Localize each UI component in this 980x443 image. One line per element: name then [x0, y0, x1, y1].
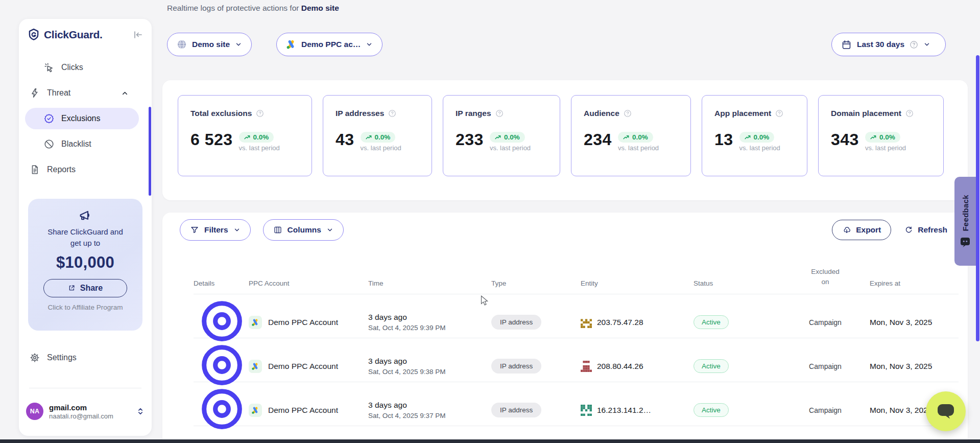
status-badge: Active: [694, 403, 729, 417]
columns-button[interactable]: Columns: [263, 219, 344, 241]
affiliate-promo-card[interactable]: Share ClickGuard and get up to $10,000 S…: [28, 199, 142, 331]
sidebar-item-settings[interactable]: Settings: [25, 347, 139, 368]
sidebar-item-exclusions[interactable]: Exclusions: [25, 108, 139, 129]
time-absolute: Sat, Oct 4, 2025 9:39 PM: [368, 324, 491, 332]
page-scrollbar-thumb[interactable]: [976, 55, 979, 341]
sidebar: ClickGuard. ClicksThreatExclusionsBlackl…: [19, 19, 152, 436]
export-button[interactable]: Export: [832, 220, 891, 240]
refresh-button[interactable]: Refresh: [904, 225, 947, 235]
delta-caption: vs. last period: [239, 144, 280, 152]
delta-caption: vs. last period: [490, 144, 531, 152]
delta-badge: 0.0%: [618, 132, 653, 143]
details-eye-button[interactable]: [195, 429, 249, 437]
calendar-icon: [841, 39, 852, 50]
document-icon: [29, 164, 40, 175]
column-header: Entity: [581, 279, 694, 287]
excluded-on-value: Campaign: [806, 406, 844, 414]
filters-button-label: Filters: [204, 225, 228, 235]
date-range-selector[interactable]: Last 30 days: [831, 33, 946, 56]
table-row: Demo PPC Account3 days agoSat, Oct 4, 20…: [194, 294, 959, 338]
cloud-download-icon: [842, 225, 851, 235]
ppc-account-selector-label: Demo PPC ac…: [301, 40, 361, 49]
question-icon[interactable]: [905, 109, 914, 118]
question-icon[interactable]: [256, 109, 264, 118]
chat-launcher-button[interactable]: [926, 391, 966, 431]
column-header: Status: [694, 279, 806, 287]
cursor-click-icon: [43, 62, 55, 73]
exclusions-table-panel: Filters Columns Export Refresh DetailsPP…: [162, 213, 968, 443]
question-icon[interactable]: [624, 109, 632, 118]
site-selector[interactable]: Demo site: [167, 33, 252, 56]
feedback-tab[interactable]: Feedback: [954, 177, 976, 266]
excluded-on-value: Campaign: [806, 362, 844, 370]
delta-badge: 0.0%: [239, 132, 274, 143]
ppc-account-name: Demo PPC Account: [268, 362, 338, 371]
user-menu[interactable]: NA gmail.com naatali.ro@gmail.com: [26, 400, 145, 423]
user-email: naatali.ro@gmail.com: [49, 412, 113, 420]
status-badge: Active: [694, 359, 729, 373]
subtitle-site-name: Demo site: [301, 4, 339, 12]
question-icon[interactable]: [910, 40, 918, 49]
question-icon[interactable]: [775, 109, 783, 118]
trend-up-icon: [745, 135, 751, 140]
entity-value: 203.75.47.28: [597, 318, 643, 327]
ppc-account-selector[interactable]: Demo PPC ac…: [276, 33, 383, 56]
status-badge: Active: [694, 315, 729, 329]
expires-at-value: Mon, Nov 3, 2025: [870, 318, 959, 327]
expires-at-value: Mon, Nov 3, 2025: [870, 362, 959, 371]
trend-up-icon: [870, 135, 877, 140]
clickguard-logo-icon: [27, 28, 40, 41]
sidebar-collapse-icon[interactable]: [132, 29, 144, 40]
logo[interactable]: ClickGuard.: [27, 26, 144, 43]
stat-card-value: 343: [831, 132, 859, 147]
table-row: Demo PPC Account3 days agoSat, Oct 4, 20…: [194, 338, 959, 382]
stat-card: Domain placement3430.0%vs. last period: [818, 95, 944, 176]
stat-card-value: 233: [456, 132, 484, 147]
sidebar-item-label: Threat: [47, 88, 70, 98]
stat-card: IP addresses430.0%vs. last period: [323, 95, 432, 176]
columns-button-label: Columns: [288, 225, 321, 235]
entity-identicon: [581, 361, 592, 372]
entity-identicon: [581, 317, 592, 328]
sidebar-item-clicks[interactable]: Clicks: [25, 57, 139, 78]
sidebar-menu: ClicksThreatExclusionsBlacklistReports: [25, 57, 146, 184]
stats-panel: Total exclusions6 5230.0%vs. last period…: [162, 80, 968, 200]
funnel-icon: [190, 225, 199, 235]
ppc-account-name: Demo PPC Account: [268, 406, 338, 415]
stat-cards: Total exclusions6 5230.0%vs. last period…: [178, 95, 944, 176]
avatar: NA: [26, 403, 43, 420]
question-icon[interactable]: [388, 109, 396, 118]
chat-bubble-icon: [937, 403, 955, 419]
google-ads-icon: [249, 360, 262, 373]
sidebar-item-label: Blacklist: [61, 139, 91, 149]
lightning-icon: [29, 87, 40, 99]
trend-up-icon: [244, 135, 251, 140]
delta-badge: 0.0%: [490, 132, 525, 143]
sidebar-item-blacklist[interactable]: Blacklist: [25, 133, 139, 155]
column-header: Details: [194, 279, 249, 287]
globe-icon: [177, 39, 187, 50]
bottom-edge-bar: [0, 439, 980, 443]
filters-button[interactable]: Filters: [180, 219, 251, 241]
sidebar-item-threat[interactable]: Threat: [25, 82, 139, 104]
delta-caption: vs. last period: [618, 144, 659, 152]
sidebar-item-reports[interactable]: Reports: [25, 159, 139, 180]
stat-card: App placement130.0%vs. last period: [702, 95, 807, 176]
stat-card: Total exclusions6 5230.0%vs. last period: [178, 95, 312, 176]
feedback-tab-label: Feedback: [961, 195, 970, 231]
promo-text-line2: get up to: [28, 238, 142, 249]
question-icon[interactable]: [495, 109, 504, 118]
stat-card-label: Total exclusions: [190, 109, 252, 118]
refresh-icon: [904, 226, 913, 235]
time-absolute: Sat, Oct 4, 2025 9:37 PM: [368, 412, 491, 419]
date-range-label: Last 30 days: [857, 40, 904, 49]
stat-card-label: Domain placement: [831, 109, 901, 118]
promo-text-line1: Share ClickGuard and: [28, 226, 142, 238]
chevron-up-down-icon: [136, 407, 145, 415]
app-root: ClickGuard. ClicksThreatExclusionsBlackl…: [0, 0, 980, 443]
sidebar-scrollbar-thumb[interactable]: [149, 107, 151, 196]
delta-caption: vs. last period: [361, 144, 401, 152]
share-button[interactable]: Share: [43, 279, 127, 297]
entity-value: 208.80.44.26: [597, 362, 643, 371]
trend-up-icon: [366, 135, 372, 140]
